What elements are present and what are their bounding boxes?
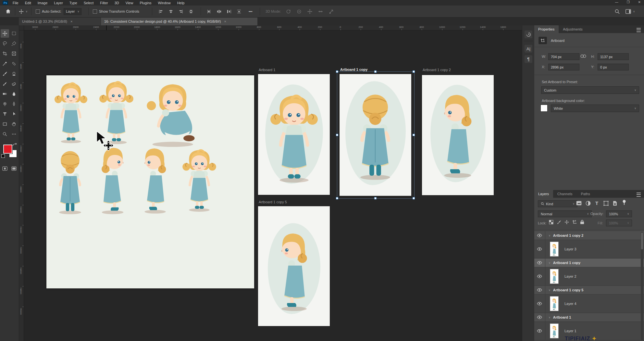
expand-chevron-icon[interactable]: ∨	[549, 261, 551, 264]
y-field[interactable]: 0 px	[598, 64, 629, 70]
artboard-1-copy-5[interactable]	[258, 206, 330, 326]
minimize-button[interactable]: —	[615, 0, 618, 4]
visibility-toggle[interactable]	[534, 259, 545, 267]
lock-all-icon[interactable]	[580, 220, 584, 224]
blur-tool[interactable]	[10, 90, 18, 98]
dodge-tool[interactable]	[1, 100, 9, 108]
menu-item-plugins[interactable]: Plugins	[140, 1, 151, 5]
eraser-tool[interactable]	[10, 80, 18, 88]
screen-mode-button[interactable]	[10, 164, 18, 173]
default-colors-icon[interactable]	[1, 154, 5, 158]
expand-chevron-icon[interactable]: ∨	[549, 289, 551, 292]
paragraph-panel-icon[interactable]: ¶	[525, 55, 532, 63]
auto-select-dropdown[interactable]: Layer ∨	[64, 8, 81, 15]
menu-item-3d[interactable]: 3D	[115, 1, 119, 5]
layer-thumbnail[interactable]	[550, 269, 559, 284]
artboard-label-1-copy-2[interactable]: Artboard 1 copy 2	[423, 68, 451, 72]
menu-item-help[interactable]: Help	[177, 1, 185, 5]
history-brush-tool[interactable]	[1, 80, 9, 88]
artboard-1-copy-2[interactable]	[422, 75, 494, 195]
link-dimensions-icon[interactable]	[580, 54, 587, 58]
type-tool[interactable]	[1, 110, 9, 118]
scrollbar-thumb[interactable]	[641, 233, 643, 249]
rectangle-tool[interactable]	[1, 120, 9, 128]
distribute-center-icon[interactable]	[217, 9, 221, 14]
hand-tool[interactable]	[10, 120, 18, 128]
adjustment-filter-icon[interactable]	[586, 201, 591, 206]
bg-color-dropdown[interactable]: White ∨	[551, 105, 639, 112]
visibility-toggle[interactable]	[534, 267, 545, 285]
tab-layers[interactable]: Layers	[534, 190, 553, 198]
preset-dropdown[interactable]: Custom ∨	[541, 86, 639, 94]
lock-artboard-icon[interactable]	[572, 220, 577, 224]
fill-field[interactable]: 100% ∨	[606, 220, 632, 226]
scale-3d-icon[interactable]	[328, 9, 334, 14]
workspace-switcher[interactable]: ∨	[625, 6, 635, 17]
layers-scrollbar[interactable]	[641, 232, 643, 340]
lock-paint-icon[interactable]	[557, 220, 561, 224]
menu-item-layer[interactable]: Layer	[54, 1, 63, 5]
document-tab-character-design[interactable]: 16- Consistent Character design.psd @ 40…	[101, 17, 257, 25]
distribute-v-icon[interactable]	[237, 9, 242, 14]
layer-thumbnail[interactable]	[550, 242, 559, 257]
menu-item-select[interactable]: Select	[84, 1, 94, 5]
tool-preset[interactable]: ∨	[19, 6, 28, 17]
artboard-label-1-copy-5[interactable]: Artboard 1 copy 5	[259, 200, 287, 204]
panel-menu-icon[interactable]	[637, 28, 641, 32]
ruler-origin-corner[interactable]	[19, 25, 24, 31]
eyedropper-tool[interactable]	[1, 59, 9, 68]
move-tool[interactable]	[1, 29, 9, 38]
tab-adjustments[interactable]: Adjustments	[559, 25, 587, 33]
gradient-tool[interactable]	[1, 90, 9, 98]
menu-item-window[interactable]: Window	[158, 1, 171, 5]
opacity-field[interactable]: 100% ∨	[606, 210, 632, 217]
home-button[interactable]	[5, 6, 11, 17]
document-tab-untitled[interactable]: Untitled-1 @ 33.3% (RGB/8) ×	[19, 17, 101, 25]
tab-channels[interactable]: Channels	[553, 190, 576, 198]
selection-handle-s[interactable]	[374, 197, 377, 199]
clone-stamp-tool[interactable]	[10, 69, 18, 78]
visibility-toggle[interactable]	[534, 313, 545, 322]
layer-group-row[interactable]: ∨ Artboard 1 copy 5	[534, 286, 644, 295]
pen-tool[interactable]	[10, 100, 18, 108]
shape-filter-icon[interactable]	[603, 201, 609, 206]
ruler-vertical[interactable]: 4006008001000120014001600180020002200240…	[19, 30, 24, 341]
path-selection-tool[interactable]	[10, 110, 18, 118]
type-filter-icon[interactable]: T	[595, 200, 598, 206]
align-right-icon[interactable]	[179, 9, 183, 14]
menu-item-type[interactable]: Type	[69, 1, 77, 5]
kind-filter-dropdown[interactable]: Kind ∨	[538, 200, 577, 207]
lasso-tool[interactable]	[1, 39, 9, 48]
quick-selection-tool[interactable]	[10, 39, 18, 48]
align-center-h-icon[interactable]	[168, 9, 173, 14]
layer-row[interactable]: Layer 3	[534, 240, 644, 259]
layer-thumbnail[interactable]	[550, 296, 559, 311]
menu-item-image[interactable]: Image	[38, 1, 48, 5]
layer-group-row[interactable]: ∨ Artboard 1	[534, 313, 644, 322]
filter-toggle-icon[interactable]	[622, 199, 626, 206]
close-tab-icon[interactable]: ×	[70, 19, 72, 23]
brush-tool[interactable]	[1, 69, 9, 78]
restore-button[interactable]: ❐	[627, 0, 630, 4]
tab-properties[interactable]: Properties	[534, 25, 559, 33]
history-panel-icon[interactable]	[525, 31, 532, 38]
slide-3d-icon[interactable]	[318, 9, 323, 14]
distribute-left-icon[interactable]	[206, 9, 211, 14]
selection-handle-w[interactable]	[336, 134, 338, 136]
close-button[interactable]: ✕	[638, 0, 641, 4]
artboard-1[interactable]	[258, 74, 330, 195]
crop-tool[interactable]	[1, 49, 9, 58]
lock-move-icon[interactable]	[564, 220, 569, 224]
show-transform-checkbox[interactable]	[93, 9, 97, 14]
close-tab-icon[interactable]: ×	[224, 19, 226, 23]
menu-item-filter[interactable]: Filter	[100, 1, 108, 5]
layer-row[interactable]: Layer 4	[534, 295, 644, 313]
character-panel-icon[interactable]: A|	[525, 45, 532, 53]
drag-3d-icon[interactable]	[307, 9, 313, 14]
selection-handle-sw[interactable]	[336, 197, 338, 199]
marquee-tool[interactable]	[10, 29, 18, 38]
swap-colors-icon[interactable]	[12, 143, 17, 147]
frame-tool[interactable]	[10, 49, 18, 58]
menu-item-view[interactable]: View	[126, 1, 133, 5]
zoom-tool[interactable]	[1, 130, 9, 138]
